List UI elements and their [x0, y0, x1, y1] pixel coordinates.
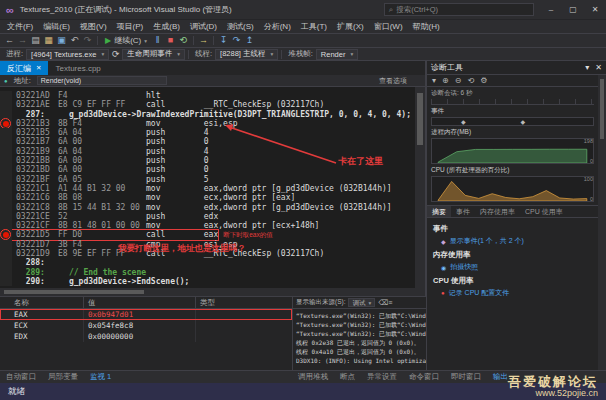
asm-line[interactable]: 03221CE52push edx [0, 212, 415, 221]
editor-hscrollbar[interactable] [0, 288, 415, 296]
asm-line[interactable]: 03221B38B F4mov esi,esp [0, 119, 415, 128]
tool-window-tab[interactable]: 即时窗口 [445, 372, 487, 382]
tool-window-tab[interactable]: 命令窗口 [403, 372, 445, 382]
search-input[interactable]: ⌕ 搜索(Ctrl+Q) [384, 3, 534, 16]
diagnostics-tab[interactable]: 摘要 [427, 206, 451, 217]
asm-line[interactable]: 03221B76A 00push 0 [0, 137, 415, 146]
menu-item[interactable]: 调试(D) [185, 21, 222, 32]
save-icon[interactable]: ▣ [55, 34, 68, 47]
scrollbar-thumb[interactable] [4, 290, 144, 294]
output-log[interactable]: “Textures.exe”(Win32): 已加载“C:\Windows\Sy… [293, 309, 426, 367]
menu-item[interactable]: 文件(F) [2, 21, 38, 32]
tool-window-tab[interactable]: 局部变量 [42, 372, 84, 382]
breakpoint-margin[interactable] [0, 137, 12, 146]
asm-line[interactable]: 03221D5FF D0call eax断下时取eax的值 [0, 230, 415, 239]
zoom-in-icon[interactable]: ⊕ [442, 76, 449, 85]
lifecycle-events-dropdown[interactable]: 生命周期事件 ▾ [122, 49, 185, 60]
undo-icon[interactable]: ↶ [68, 34, 81, 47]
source-line[interactable]: 290: g_pd3dDevice->EndScene(); [0, 277, 415, 286]
step-out-icon[interactable]: ↥ [243, 34, 256, 47]
step-over-icon[interactable]: ↷ [230, 34, 243, 47]
column-header-name[interactable]: 名称 [0, 297, 84, 308]
breakpoint-margin[interactable] [0, 128, 12, 137]
take-snapshot-link[interactable]: ◉ 拍摄快照 [441, 262, 600, 272]
menu-item[interactable]: 工具(T) [296, 21, 332, 32]
close-button[interactable]: ✕ [584, 0, 606, 19]
thread-dropdown[interactable]: [8288] 主线程 ▾ [215, 49, 278, 60]
breakpoint-margin[interactable] [0, 193, 12, 202]
navigate-forward-icon[interactable]: → [16, 34, 29, 47]
tool-window-tab[interactable]: 自动窗口 [0, 372, 42, 382]
break-all-icon[interactable]: ‖ [151, 34, 164, 47]
close-tab-icon[interactable]: ✕ [36, 64, 41, 72]
diagnostics-tab[interactable]: 事件 [451, 206, 475, 217]
diagnostics-scrollbar[interactable] [598, 75, 606, 370]
asm-line[interactable]: 03221CF8B 81 48 01 00 00mov eax,dword pt… [0, 221, 415, 230]
asm-line[interactable]: 03221B56A 04push 4 [0, 128, 415, 137]
diagnostics-tab[interactable]: 内存使用率 [475, 206, 520, 217]
asm-line[interactable]: 03221C1A1 44 B1 32 00mov eax,dword ptr [… [0, 184, 415, 193]
scrollbar-thumb[interactable] [417, 93, 423, 145]
asm-line[interactable]: 03221AEE8 C9 EF FF FFcall __RTC_CheckEsp… [0, 100, 415, 109]
memory-chart[interactable]: 198 0 [431, 138, 594, 164]
address-input[interactable]: Render(void) [37, 76, 167, 85]
disassembly-view[interactable]: 03221ADF4hlt03221AEE8 C9 EF FF FFcall __… [0, 87, 415, 288]
breakpoint-margin[interactable] [0, 240, 12, 249]
breakpoint-margin[interactable] [0, 184, 12, 193]
watch-row[interactable]: EAX0x0b947d01 [0, 309, 292, 320]
settings-icon[interactable]: ⚙ [480, 76, 487, 85]
zoom-out-icon[interactable]: ⊖ [455, 76, 462, 85]
tool-window-tab[interactable]: 断点 [334, 372, 361, 382]
open-file-icon[interactable]: ▦ [42, 34, 55, 47]
breakpoint-margin[interactable] [0, 100, 12, 109]
breakpoint-margin[interactable] [0, 175, 12, 184]
stack-frame-dropdown[interactable]: Render ▾ [316, 49, 358, 60]
menu-item[interactable]: 测试(S) [222, 21, 259, 32]
word-wrap-icon[interactable]: ≡ [388, 299, 392, 306]
navigate-back-icon[interactable]: ← [3, 34, 16, 47]
breakpoint-margin[interactable] [0, 91, 12, 100]
breakpoint-margin[interactable] [0, 203, 12, 212]
event-mark-icon[interactable]: ◆ [461, 118, 466, 127]
viewing-options-toggle[interactable]: 查看选项 [379, 76, 421, 86]
maximize-button[interactable]: ▢ [562, 0, 584, 19]
new-file-icon[interactable]: ▤ [29, 34, 42, 47]
breakpoint-margin[interactable] [0, 212, 12, 221]
event-mark-icon[interactable]: ◆ [521, 118, 526, 127]
panel-close-icon[interactable]: ✕ [595, 63, 602, 72]
menu-item[interactable]: 项目(P) [112, 21, 149, 32]
breakpoint-margin[interactable] [0, 165, 12, 174]
menu-item[interactable]: 编辑(E) [38, 21, 75, 32]
menu-item[interactable]: 生成(B) [148, 21, 185, 32]
breakpoint-margin[interactable] [0, 147, 12, 156]
cpu-chart[interactable]: 100 0 [431, 176, 594, 202]
source-line[interactable]: 288: [0, 258, 415, 267]
stop-debugging-icon[interactable]: ■ [164, 34, 177, 47]
select-tool-icon[interactable]: ▾ [432, 76, 436, 85]
record-cpu-profile-link[interactable]: ● 记录 CPU 配置文件 [441, 288, 600, 298]
source-line[interactable]: 289: // End the scene [0, 268, 415, 277]
process-dropdown[interactable]: [4964] Textures.exe ▾ [26, 49, 109, 60]
clear-all-icon[interactable]: ⌫ [378, 299, 388, 306]
refresh-icon[interactable]: ⟳ [109, 48, 122, 61]
asm-line[interactable]: 03221C68B 08mov ecx,dword ptr [eax] [0, 193, 415, 202]
breakpoint-margin[interactable] [0, 119, 12, 128]
column-header-type[interactable]: 类型 [196, 297, 292, 308]
asm-line[interactable]: 03221B96A 04push 4 [0, 147, 415, 156]
column-header-value[interactable]: 值 [84, 297, 196, 308]
breakpoint-margin[interactable] [0, 230, 12, 239]
tab-disassembly[interactable]: 反汇编 ✕ [0, 61, 48, 75]
window-position-icon[interactable]: ▾ [585, 63, 589, 72]
events-track[interactable]: ◆◆ [431, 117, 594, 126]
breakpoint-margin[interactable] [0, 268, 12, 277]
asm-line[interactable]: 03221BF6A 05push 5 [0, 175, 415, 184]
menu-item[interactable]: 分析(N) [259, 21, 296, 32]
source-line[interactable]: 287: g_pd3dDevice->DrawIndexedPrimitive(… [0, 110, 415, 119]
show-events-link[interactable]: ◆ 显示事件(1 个，共 2 个) [441, 236, 600, 246]
breakpoint-margin[interactable] [0, 277, 12, 286]
restart-icon[interactable]: ⟲ [177, 34, 190, 47]
redo-icon[interactable]: ↷ [81, 34, 94, 47]
minimize-button[interactable]: – [540, 0, 562, 19]
breakpoint-margin[interactable] [0, 249, 12, 258]
tool-window-tab[interactable]: 监视 1 [84, 372, 117, 382]
